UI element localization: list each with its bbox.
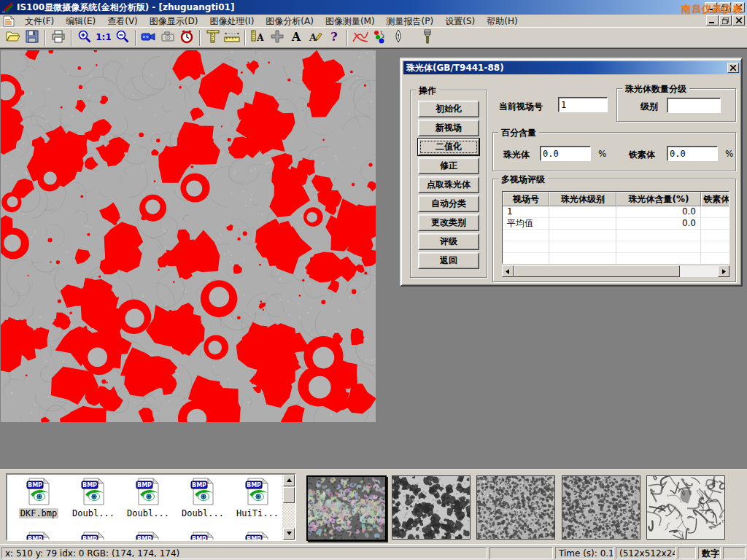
- measure-text-button[interactable]: A: [249, 28, 268, 47]
- image-thumbnail-2[interactable]: [476, 475, 555, 540]
- menu-item-2[interactable]: 查看(V): [101, 15, 144, 27]
- file-item-1[interactable]: BMPDoubl...: [69, 478, 117, 518]
- menu-item-7[interactable]: 测量报告(P): [381, 15, 440, 27]
- actual-size-button[interactable]: 1:1: [94, 28, 113, 47]
- op-button-6[interactable]: 更改类别: [418, 214, 479, 231]
- ferrite-percent-input[interactable]: [667, 146, 718, 161]
- op-button-4[interactable]: 点取珠光体: [418, 176, 479, 193]
- photo-camera-button[interactable]: [158, 28, 177, 47]
- file-item-row2-4[interactable]: BMP: [233, 532, 282, 541]
- op-button-7[interactable]: 评级: [418, 233, 479, 250]
- table-row[interactable]: [503, 230, 729, 241]
- scrollbar-thumb[interactable]: [514, 265, 680, 277]
- table-row[interactable]: [503, 253, 729, 264]
- video-camera-button[interactable]: [139, 28, 158, 47]
- move-cross-button[interactable]: [268, 28, 287, 47]
- multi-view-table[interactable]: 视场号珠光体级别珠光体含量(%)铁素体含量(%) 10.0平均值0.0: [502, 191, 729, 264]
- table-cell: [503, 230, 549, 241]
- table-body: 10.0平均值0.0: [503, 206, 729, 264]
- minimize-button[interactable]: [705, 2, 717, 12]
- grade-level-input[interactable]: [667, 98, 721, 113]
- mdi-close-button[interactable]: [732, 15, 745, 26]
- print-button[interactable]: [49, 28, 68, 47]
- op-button-8[interactable]: 返回: [418, 252, 479, 269]
- op-button-1[interactable]: 新视场: [418, 120, 479, 136]
- help-button[interactable]: ?: [325, 28, 344, 47]
- scroll-right-button[interactable]: [718, 265, 729, 277]
- brush-tool-button[interactable]: [418, 28, 437, 47]
- open-button[interactable]: [4, 28, 23, 47]
- menu-item-4[interactable]: 图像处理(I): [204, 15, 260, 27]
- table-row[interactable]: 平均值0.0: [503, 218, 729, 230]
- save-button[interactable]: [23, 28, 42, 47]
- menu-item-0[interactable]: 文件(F): [19, 15, 60, 27]
- menu-item-9[interactable]: 帮助(H): [481, 15, 523, 27]
- zoom-out-button[interactable]: [113, 28, 132, 47]
- op-button-3[interactable]: 修正: [418, 158, 479, 174]
- menu-item-1[interactable]: 编辑(E): [60, 15, 101, 27]
- table-cell: 平均值: [503, 218, 549, 230]
- text-edit-button[interactable]: A: [306, 28, 325, 47]
- file-item-row2-0[interactable]: BMP: [15, 532, 63, 541]
- classify-balls-button[interactable]: 13: [370, 28, 389, 47]
- menu-item-6[interactable]: 图像测量(M): [320, 15, 381, 27]
- measure-text-icon: A: [250, 29, 266, 46]
- table-header-3[interactable]: 铁素体含量(%): [701, 192, 729, 206]
- scroll-left-button[interactable]: [502, 265, 514, 277]
- file-item-2[interactable]: BMPDoubl...: [124, 478, 172, 518]
- caliper-icon: [206, 29, 220, 46]
- file-scroll-down-button[interactable]: [283, 528, 295, 540]
- menu-item-3[interactable]: 图像显示(D): [144, 15, 204, 27]
- file-item-4[interactable]: BMPHuiTi...: [233, 478, 282, 518]
- metallographic-image[interactable]: [1, 50, 376, 422]
- menu-items: 文件(F)编辑(E)查看(V)图像显示(D)图像处理(I)图像分析(A)图像测量…: [19, 15, 524, 27]
- image-thumbnail-1[interactable]: [392, 475, 471, 540]
- restore-button[interactable]: [719, 2, 731, 12]
- caliper-button[interactable]: [204, 28, 222, 47]
- ruler-button[interactable]: [222, 28, 241, 47]
- toolbar-separator: [347, 30, 348, 46]
- file-item-3[interactable]: BMPDoubl...: [179, 478, 227, 518]
- dialog-close-button[interactable]: [727, 63, 739, 73]
- op-button-2[interactable]: 二值化: [418, 139, 479, 155]
- curve-tool-button[interactable]: [351, 28, 370, 47]
- file-list-scrollbar[interactable]: [282, 475, 295, 540]
- table-row[interactable]: 10.0: [503, 206, 729, 218]
- table-cell: [616, 253, 701, 264]
- image-thumbnail-4[interactable]: [646, 475, 725, 540]
- dialog-title-bar[interactable]: 珠光体(GB/T9441-88): [403, 61, 740, 74]
- op-button-0[interactable]: 初始化: [418, 101, 479, 117]
- table-header-1[interactable]: 珠光体级别: [549, 192, 616, 206]
- close-button[interactable]: [732, 2, 745, 12]
- bmp-file-icon: BMP: [190, 497, 215, 508]
- title-bar: IS100显微摄像系统(金相分析版) - [zhuguangti01]: [0, 0, 747, 15]
- image-thumbnail-0[interactable]: [306, 475, 387, 541]
- mdi-minimize-button[interactable]: [706, 15, 719, 26]
- table-row[interactable]: [503, 241, 729, 253]
- pearlite-percent-input[interactable]: [540, 146, 591, 161]
- menu-item-8[interactable]: 设置(S): [439, 15, 481, 27]
- file-scrollbar-thumb[interactable]: [283, 487, 295, 503]
- file-item-row2-2[interactable]: BMP: [124, 532, 172, 541]
- file-item-row2-1[interactable]: BMP: [69, 532, 117, 541]
- current-view-input[interactable]: [558, 97, 608, 112]
- document-system-menu-icon[interactable]: [3, 15, 15, 27]
- timer-button[interactable]: [177, 28, 196, 47]
- text-button[interactable]: A: [287, 28, 306, 47]
- file-list[interactable]: BMPDKF.bmpBMPBMPDoubl...BMPBMPDoubl...BM…: [6, 473, 296, 541]
- table-horizontal-scrollbar[interactable]: [502, 265, 729, 277]
- table-header-2[interactable]: 珠光体含量(%): [616, 192, 701, 206]
- mdi-workspace: 珠光体(GB/T9441-88) 操作 初始化新视场二值化修正点取珠光体自动分类…: [0, 48, 747, 469]
- menu-bar: 文件(F)编辑(E)查看(V)图像显示(D)图像处理(I)图像分析(A)图像测量…: [0, 15, 747, 28]
- file-item-row2-3[interactable]: BMP: [179, 532, 227, 541]
- zoom-in-button[interactable]: [75, 28, 94, 47]
- file-item-0[interactable]: BMPDKF.bmp: [15, 478, 63, 518]
- op-button-5[interactable]: 自动分类: [418, 195, 479, 212]
- table-header-0[interactable]: 视场号: [503, 192, 549, 206]
- image-thumbnail-3[interactable]: [562, 475, 640, 540]
- pen-tool-button[interactable]: [389, 28, 408, 47]
- file-scroll-up-button[interactable]: [283, 475, 295, 486]
- table-cell: 1: [503, 206, 549, 218]
- mdi-restore-button[interactable]: [719, 15, 732, 26]
- menu-item-5[interactable]: 图像分析(A): [260, 15, 320, 27]
